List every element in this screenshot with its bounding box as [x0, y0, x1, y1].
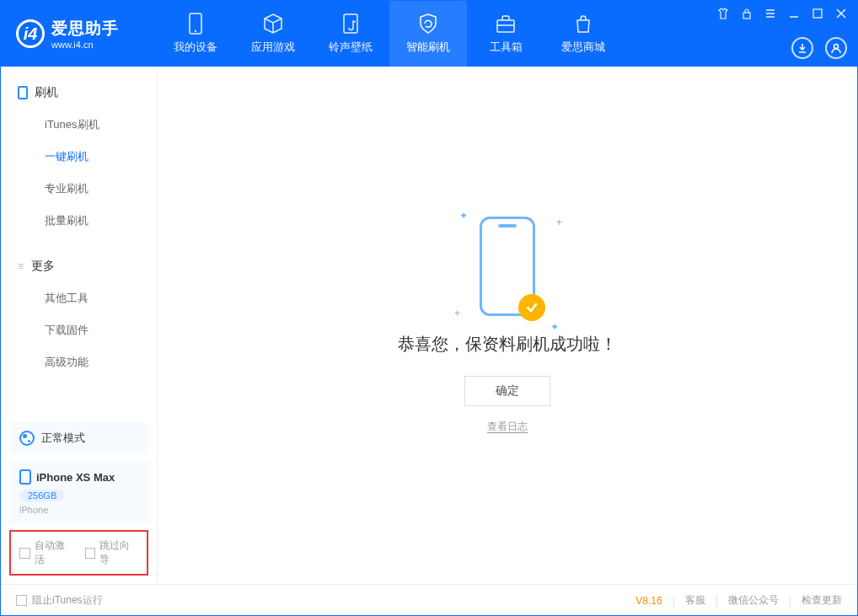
- section-title-flash: 刷机: [1, 80, 157, 105]
- svg-point-1: [195, 30, 196, 32]
- success-message: 恭喜您，保资料刷机成功啦！: [398, 333, 617, 356]
- checkbox-skip-guide[interactable]: 跳过向导: [85, 538, 139, 567]
- sparkle-icon: ✦: [550, 321, 559, 333]
- nav-label: 应用游戏: [251, 40, 295, 55]
- checkbox-label: 自动激活: [35, 538, 73, 567]
- app-header: i4 爱思助手 www.i4.cn 我的设备 应用游戏 铃声壁纸 智能刷机 工具…: [1, 1, 857, 67]
- sidebar-item-itunes-flash[interactable]: iTunes刷机: [1, 109, 157, 141]
- top-nav: 我的设备 应用游戏 铃声壁纸 智能刷机 工具箱 爱思商城: [157, 1, 622, 67]
- nav-label: 我的设备: [174, 40, 217, 55]
- close-icon[interactable]: [835, 8, 847, 22]
- device-type: iPhone: [19, 505, 48, 515]
- sparkle-icon: ✦: [459, 210, 468, 222]
- checkbox-icon: [19, 548, 30, 559]
- sidebar-item-download-firmware[interactable]: 下载固件: [1, 314, 157, 346]
- support-link[interactable]: 客服: [685, 593, 705, 608]
- briefcase-icon: [495, 13, 517, 35]
- section-label: 刷机: [35, 85, 58, 100]
- music-file-icon: [341, 13, 361, 35]
- checkbox-stop-itunes[interactable]: 阻止iTunes运行: [16, 593, 103, 608]
- logo-text: 爱思助手 www.i4.cn: [51, 18, 119, 50]
- phone-icon: [186, 13, 205, 35]
- nav-label: 铃声壁纸: [329, 40, 373, 55]
- device-card[interactable]: iPhone XS Max 256GB iPhone: [9, 461, 148, 523]
- wechat-link[interactable]: 微信公众号: [728, 593, 779, 608]
- status-bar: 阻止iTunes运行 V8.16 | 客服 | 微信公众号 | 检查更新: [1, 584, 857, 616]
- phone-icon: [19, 469, 31, 485]
- svg-rect-3: [497, 20, 514, 32]
- checkbox-auto-activate[interactable]: 自动激活: [19, 538, 73, 567]
- success-illustration: ✦ + + ✦: [480, 217, 535, 316]
- nav-my-device[interactable]: 我的设备: [157, 1, 234, 67]
- svg-rect-5: [813, 9, 822, 18]
- nav-apps-games[interactable]: 应用游戏: [234, 1, 312, 67]
- version-label: V8.16: [635, 595, 662, 607]
- view-log-link[interactable]: 查看日志: [487, 420, 528, 434]
- svg-point-6: [834, 45, 839, 49]
- sidebar-item-pro-flash[interactable]: 专业刷机: [1, 173, 157, 205]
- nav-label: 智能刷机: [406, 40, 450, 55]
- logo-block: i4 爱思助手 www.i4.cn: [1, 1, 157, 67]
- storage-badge: 256GB: [19, 490, 65, 501]
- app-title-cn: 爱思助手: [51, 18, 119, 40]
- download-icon[interactable]: [791, 37, 813, 59]
- user-icon[interactable]: [825, 37, 847, 59]
- main-content: ✦ + + ✦ 恭喜您，保资料刷机成功啦！ 确定 查看日志: [157, 67, 857, 584]
- sidebar-item-advanced[interactable]: 高级功能: [1, 346, 157, 378]
- sparkle-icon: +: [556, 217, 562, 228]
- device-icon: [18, 86, 28, 99]
- maximize-icon[interactable]: [812, 8, 823, 22]
- section-label: 更多: [31, 259, 55, 274]
- options-box: 自动激活 跳过向导: [9, 530, 148, 576]
- sidebar-item-batch-flash[interactable]: 批量刷机: [1, 205, 157, 237]
- lock-icon[interactable]: [741, 8, 753, 22]
- list-icon: ≡: [18, 260, 24, 272]
- ok-button[interactable]: 确定: [464, 376, 550, 406]
- checkbox-icon: [16, 595, 27, 606]
- sidebar: 刷机 iTunes刷机 一键刷机 专业刷机 批量刷机 ≡ 更多 其他工具 下载固…: [1, 67, 157, 584]
- sparkle-icon: +: [454, 308, 460, 319]
- mode-label: 正常模式: [41, 431, 85, 446]
- sidebar-item-other-tools[interactable]: 其他工具: [1, 282, 157, 314]
- sidebar-section-more: ≡ 更多 其他工具 下载固件 高级功能: [1, 240, 157, 382]
- shirt-icon[interactable]: [717, 8, 729, 22]
- app-title-en: www.i4.cn: [51, 40, 119, 50]
- checkbox-label: 跳过向导: [99, 538, 138, 567]
- nav-label: 爱思商城: [561, 40, 605, 55]
- nav-smart-flash[interactable]: 智能刷机: [389, 1, 467, 67]
- mode-card[interactable]: 正常模式: [9, 422, 148, 454]
- device-name: iPhone XS Max: [36, 471, 115, 484]
- nav-toolbox[interactable]: 工具箱: [467, 1, 544, 67]
- sidebar-item-one-click-flash[interactable]: 一键刷机: [1, 141, 157, 173]
- checkbox-label: 阻止iTunes运行: [32, 593, 103, 608]
- cube-icon: [262, 13, 284, 35]
- sidebar-section-flash: 刷机 iTunes刷机 一键刷机 专业刷机 批量刷机: [1, 67, 157, 240]
- mode-icon: [19, 431, 35, 446]
- nav-label: 工具箱: [490, 40, 523, 55]
- section-title-more: ≡ 更多: [1, 254, 157, 279]
- checkbox-icon: [85, 548, 96, 559]
- nav-store[interactable]: 爱思商城: [544, 1, 622, 67]
- menu-icon[interactable]: [764, 8, 776, 22]
- check-badge-icon: [518, 294, 545, 321]
- bag-icon: [572, 13, 594, 35]
- svg-rect-4: [743, 13, 750, 19]
- shield-refresh-icon: [417, 13, 439, 35]
- window-controls: [717, 1, 857, 67]
- app-logo-icon: i4: [16, 19, 45, 48]
- check-update-link[interactable]: 检查更新: [802, 593, 842, 608]
- nav-ringtones[interactable]: 铃声壁纸: [312, 1, 389, 67]
- minimize-icon[interactable]: [788, 8, 800, 22]
